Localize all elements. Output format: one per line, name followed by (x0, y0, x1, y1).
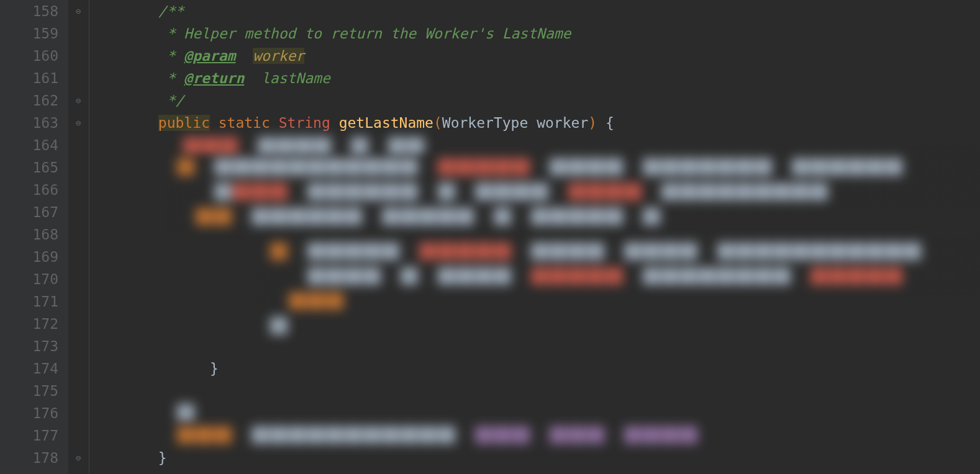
obscured-code-block (183, 136, 468, 155)
line-number[interactable]: 164 (0, 134, 58, 156)
code-line[interactable]: /** (89, 0, 980, 22)
line-number[interactable]: 159 (0, 22, 58, 45)
line-number[interactable]: 178 (0, 447, 58, 469)
return-type: String (279, 115, 330, 131)
line-number[interactable]: 171 (0, 290, 58, 313)
line-number[interactable]: 173 (0, 335, 58, 357)
code-line-obscured[interactable] (89, 402, 980, 424)
code-line[interactable]: * @return lastName (89, 67, 980, 89)
obscured-code-block (270, 316, 294, 335)
fold-toggle-icon[interactable]: ⊖ (73, 6, 84, 17)
code-line[interactable]: * Helper method to return the Worker's L… (89, 22, 980, 45)
line-number-gutter: 158 159 160 161 162 163 164 165 166 167 … (0, 0, 68, 474)
line-number[interactable]: 167 (0, 201, 58, 223)
line-number[interactable]: 163 (0, 112, 58, 134)
line-number[interactable]: 174 (0, 357, 58, 380)
line-number[interactable]: 166 (0, 179, 58, 201)
method-name: getLastName (339, 115, 433, 131)
line-number[interactable]: 169 (0, 246, 58, 268)
code-line[interactable]: */ (89, 89, 980, 112)
obscured-code-block (176, 158, 980, 232)
line-number[interactable]: 177 (0, 424, 58, 447)
code-line[interactable]: } (89, 447, 980, 469)
javadoc-param-tag: @param (184, 48, 235, 64)
keyword-static: static (219, 115, 270, 131)
line-number[interactable]: 158 (0, 0, 58, 22)
line-number[interactable]: 162 (0, 89, 58, 112)
code-line[interactable]: * @param worker (89, 45, 980, 67)
param-name: worker (537, 115, 588, 131)
line-number[interactable]: 165 (0, 156, 58, 179)
javadoc-return-tag: @return (184, 70, 244, 86)
line-number[interactable]: 172 (0, 313, 58, 335)
code-line-obscured[interactable] (89, 380, 980, 402)
fold-toggle-icon[interactable]: ⊖ (73, 452, 84, 463)
line-number[interactable]: 160 (0, 45, 58, 67)
keyword-public: public (158, 115, 210, 131)
code-line[interactable]: public static String getLastName(WorkerT… (89, 112, 980, 134)
code-line-obscured[interactable] (89, 335, 980, 357)
fold-column: ⊖ ⊖ ⊖ ⊖ (68, 0, 89, 474)
fold-toggle-icon[interactable]: ⊖ (73, 95, 84, 106)
obscured-code-block (176, 403, 201, 422)
line-number[interactable]: 175 (0, 380, 58, 402)
param-type: WorkerType (442, 115, 528, 131)
line-number[interactable]: 170 (0, 268, 58, 290)
obscured-code-block (176, 426, 735, 444)
line-number[interactable]: 168 (0, 223, 58, 246)
code-area[interactable]: /** * Helper method to return the Worker… (89, 0, 980, 474)
line-number[interactable]: 161 (0, 67, 58, 89)
javadoc-param-name: worker (253, 48, 304, 64)
code-line[interactable]: } (89, 357, 980, 380)
code-editor[interactable]: 158 159 160 161 162 163 164 165 166 167 … (0, 0, 980, 474)
obscured-code-block (270, 242, 980, 316)
line-number[interactable]: 176 (0, 402, 58, 424)
fold-toggle-icon[interactable]: ⊖ (73, 117, 84, 128)
